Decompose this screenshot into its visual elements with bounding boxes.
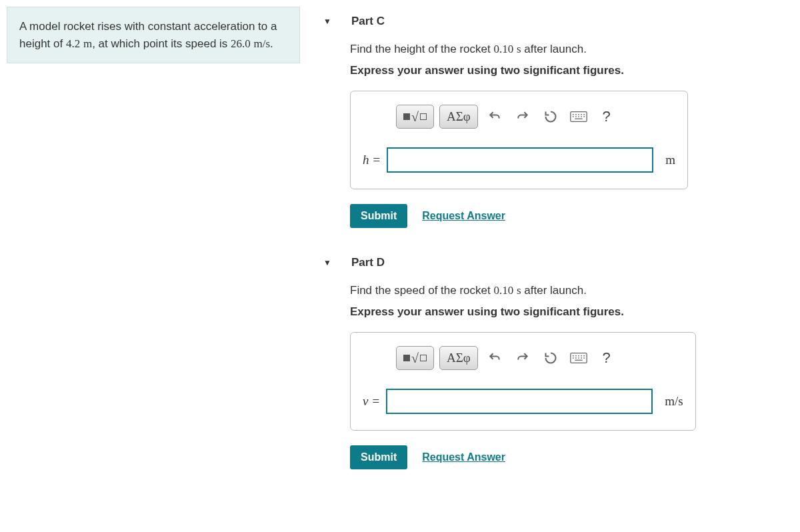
redo-icon[interactable] (511, 346, 534, 370)
problem-text-3: . (270, 37, 273, 50)
part-title: Part D (351, 256, 385, 269)
math-format-button[interactable]: √ (396, 105, 434, 129)
answer-input[interactable] (386, 389, 653, 414)
part-c: ▼ Part C Find the height of the rocket 0… (313, 7, 793, 228)
problem-height: 4.2 (66, 37, 80, 50)
request-answer-link[interactable]: Request Answer (422, 210, 505, 222)
formula-toolbar: √ ΑΣφ (396, 346, 683, 370)
request-answer-link[interactable]: Request Answer (422, 451, 505, 463)
answer-area: √ ΑΣφ (350, 91, 688, 189)
instruction: Express your answer using two significan… (350, 305, 793, 319)
undo-icon[interactable] (483, 346, 506, 370)
redo-icon[interactable] (511, 105, 534, 129)
part-title: Part C (351, 15, 385, 28)
collapse-icon[interactable]: ▼ (323, 17, 331, 26)
submit-button[interactable]: Submit (350, 204, 407, 228)
prompt: Find the height of the rocket 0.10 s aft… (350, 43, 793, 56)
equals-sign: = (372, 394, 379, 409)
problem-height-unit: m (83, 37, 92, 50)
problem-speed: 26.0 (231, 37, 251, 50)
problem-statement: A model rocket rises with constant accel… (7, 7, 300, 63)
help-icon[interactable]: ? (595, 105, 618, 129)
unit-label: m (665, 153, 675, 167)
part-d: ▼ Part D Find the speed of the rocket 0.… (313, 248, 793, 469)
submit-button[interactable]: Submit (350, 445, 407, 469)
reset-icon[interactable] (539, 346, 562, 370)
undo-icon[interactable] (483, 105, 506, 129)
answer-input[interactable] (387, 147, 653, 173)
instruction: Express your answer using two significan… (350, 64, 793, 77)
help-icon[interactable]: ? (595, 346, 618, 370)
formula-toolbar: √ ΑΣφ (396, 105, 675, 129)
answer-area: √ ΑΣφ (350, 332, 696, 431)
unit-label: m/s (665, 394, 683, 409)
greek-letters-button[interactable]: ΑΣφ (439, 105, 478, 129)
variable-label: h (363, 153, 369, 167)
problem-speed-unit: m/s (254, 37, 271, 50)
collapse-icon[interactable]: ▼ (323, 258, 331, 267)
keyboard-icon[interactable] (567, 346, 590, 370)
greek-letters-button[interactable]: ΑΣφ (439, 346, 478, 370)
equals-sign: = (373, 153, 381, 167)
math-format-button[interactable]: √ (396, 346, 434, 370)
problem-text-2: , at which point its speed is (92, 37, 231, 50)
variable-label: v (363, 394, 368, 409)
prompt: Find the speed of the rocket 0.10 s afte… (350, 284, 793, 297)
reset-icon[interactable] (539, 105, 562, 129)
keyboard-icon[interactable] (567, 105, 590, 129)
